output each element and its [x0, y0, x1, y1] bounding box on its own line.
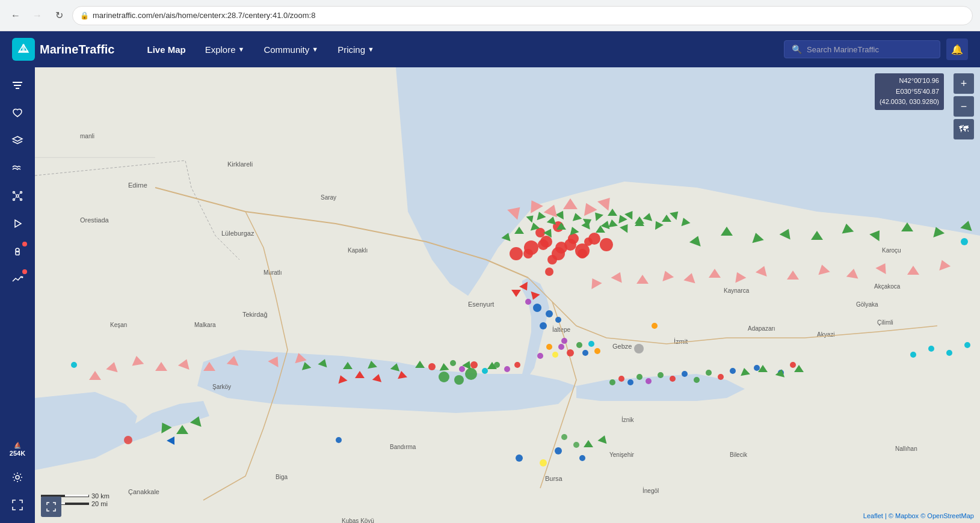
svg-line-13: [19, 193, 20, 195]
decimal-coord: (42.0030, 030.9280): [880, 97, 939, 108]
svg-point-66: [545, 268, 553, 276]
search-area[interactable]: 🔍: [784, 40, 940, 58]
svg-text:İznik: İznik: [621, 416, 635, 423]
nav-community[interactable]: Community ▼: [255, 40, 327, 60]
playback-button[interactable]: [4, 210, 31, 237]
svg-point-130: [71, 362, 77, 368]
svg-text:Çilimli: Çilimli: [877, 319, 893, 326]
svg-point-128: [946, 350, 952, 356]
svg-text:Kaynarca: Kaynarca: [724, 287, 750, 294]
svg-point-191: [540, 459, 547, 466]
svg-point-215: [494, 362, 500, 368]
settings-button[interactable]: [4, 464, 31, 491]
zoom-out-button[interactable]: −: [954, 96, 974, 117]
svg-text:Biga: Biga: [276, 474, 288, 480]
svg-text:Kubaş Köyü: Kubaş Köyü: [342, 518, 374, 523]
svg-point-158: [706, 370, 712, 376]
map-attribution: Leaflet | © Mapbox © OpenStreetMap: [863, 512, 974, 519]
sidebar: ⛵ 254K: [0, 67, 35, 523]
svg-point-213: [470, 361, 478, 369]
url-text: marinetraffic.com/en/ais/home/centerx:28…: [93, 11, 315, 20]
layers-button[interactable]: [4, 127, 31, 154]
svg-point-127: [928, 346, 934, 352]
weather-button[interactable]: [4, 155, 31, 182]
lon-coord: E030°55'40.87: [880, 87, 939, 97]
svg-point-199: [516, 454, 523, 462]
nav-pricing[interactable]: Pricing ▼: [329, 40, 383, 60]
nav-live-map[interactable]: Live Map: [138, 40, 194, 60]
svg-point-222: [439, 372, 449, 382]
fullscreen-button[interactable]: [41, 497, 61, 517]
svg-text:Lüleburgaz: Lüleburgaz: [221, 230, 254, 237]
pricing-chevron: ▼: [368, 46, 374, 53]
svg-point-144: [576, 342, 582, 348]
map-container[interactable]: manli Edirne Kirklareli Orestiada Lülebu…: [35, 67, 980, 523]
svg-point-170: [588, 233, 600, 245]
app-container: MarineTraffic Live Map Explore ▼ Communi…: [0, 31, 980, 523]
connections-button[interactable]: [4, 183, 31, 209]
nav-explore[interactable]: Explore ▼: [197, 40, 253, 60]
map-svg: manli Edirne Kirklareli Orestiada Lülebu…: [35, 67, 980, 523]
vessel-count-label: 254K: [10, 448, 25, 458]
zoom-in-button[interactable]: +: [954, 73, 974, 94]
svg-text:İzmit: İzmit: [674, 338, 688, 345]
scale-km-label: 30 km: [91, 492, 109, 500]
analytics-button[interactable]: [4, 266, 31, 292]
svg-point-169: [575, 243, 590, 258]
svg-text:Gölyaka: Gölyaka: [856, 301, 878, 308]
svg-point-150: [618, 376, 624, 382]
logo-icon: [12, 38, 35, 61]
attribution-text: Leaflet | © Mapbox © OpenStreetMap: [863, 512, 974, 519]
search-icon: 🔍: [792, 44, 802, 54]
svg-point-141: [552, 352, 558, 358]
search-input[interactable]: [807, 45, 932, 54]
back-button[interactable]: ←: [7, 7, 24, 24]
svg-point-204: [790, 362, 796, 368]
svg-point-145: [582, 350, 588, 356]
fullscreen-sidebar-button[interactable]: [4, 492, 31, 518]
svg-point-129: [964, 342, 970, 348]
community-chevron: ▼: [312, 46, 318, 53]
svg-text:Keşan: Keşan: [110, 322, 127, 328]
address-bar[interactable]: 🔒 marinetraffic.com/en/ais/home/centerx:…: [72, 6, 973, 25]
lock-icon: 🔒: [80, 11, 89, 20]
svg-point-143: [567, 349, 574, 356]
svg-point-192: [561, 434, 567, 440]
measure-button[interactable]: [4, 238, 31, 265]
svg-text:Şarköy: Şarköy: [212, 384, 231, 390]
forward-button[interactable]: →: [29, 7, 46, 24]
svg-point-7: [16, 195, 19, 197]
vessel-count-button[interactable]: ⛵ 254K: [4, 436, 31, 463]
svg-point-212: [459, 366, 465, 372]
svg-point-126: [910, 352, 916, 358]
svg-point-136: [546, 310, 553, 317]
notification-button[interactable]: 🔔: [946, 38, 968, 60]
svg-text:Bilecik: Bilecik: [730, 451, 748, 458]
svg-point-139: [537, 353, 543, 359]
svg-point-166: [540, 236, 552, 248]
svg-point-165: [524, 240, 538, 255]
logo-text: MarineTraffic: [40, 43, 114, 57]
svg-text:Çanakkale: Çanakkale: [128, 488, 159, 495]
svg-point-164: [510, 247, 523, 260]
filter-button[interactable]: [4, 72, 31, 99]
svg-text:Bandırma: Bandırma: [390, 444, 416, 450]
favorites-button[interactable]: [4, 100, 31, 126]
svg-point-200: [555, 447, 562, 454]
logo-area[interactable]: MarineTraffic: [12, 38, 114, 61]
refresh-button[interactable]: ↻: [51, 7, 67, 24]
svg-marker-6: [13, 136, 22, 141]
svg-point-210: [428, 363, 436, 370]
svg-point-193: [573, 442, 579, 448]
svg-point-151: [627, 379, 633, 385]
svg-text:Tekirdağ: Tekirdağ: [242, 311, 268, 318]
browser-chrome: ← → ↻ 🔒 marinetraffic.com/en/ais/home/ce…: [0, 0, 980, 31]
map-type-button[interactable]: 🗺: [954, 119, 974, 139]
svg-point-153: [646, 378, 652, 384]
svg-point-19: [22, 277, 23, 278]
svg-point-20: [16, 476, 19, 479]
svg-point-156: [682, 371, 688, 377]
svg-point-147: [594, 348, 600, 354]
svg-point-201: [579, 455, 585, 461]
svg-text:Gebze: Gebze: [612, 343, 632, 350]
